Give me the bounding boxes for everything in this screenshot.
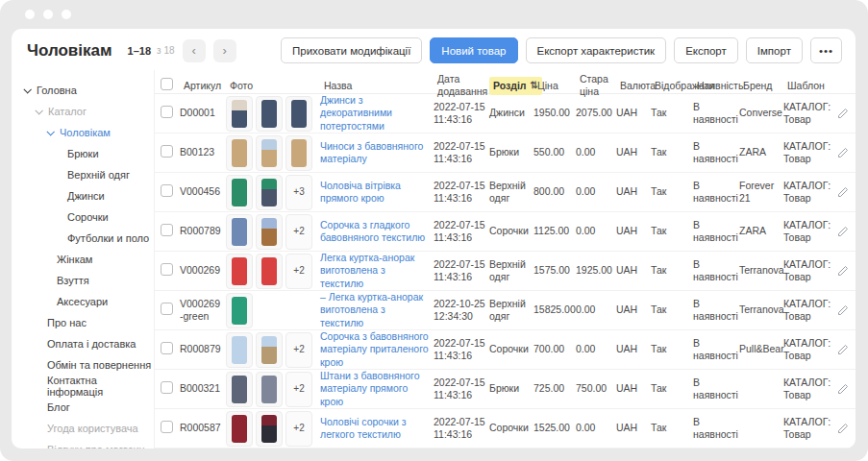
sidebar-item[interactable]: Каталог <box>17 101 154 122</box>
product-name-link[interactable]: Чиноси з бавовняного матеріалу <box>320 140 423 164</box>
column-header[interactable]: Відображати <box>651 77 693 95</box>
more-photos-badge[interactable]: +2 <box>285 214 312 250</box>
column-header[interactable]: Назва <box>320 77 434 95</box>
product-name-link[interactable]: Сорочка з бавовняного матеріалу притален… <box>320 330 429 367</box>
product-name-link[interactable]: Чоловіча вітрівка прямого крою <box>320 180 401 204</box>
sidebar-item[interactable]: Про нас <box>17 312 154 333</box>
new-product-button[interactable]: Новий товар <box>430 37 517 63</box>
row-checkbox[interactable] <box>161 303 173 315</box>
row-checkbox[interactable] <box>161 263 173 276</box>
edit-icon[interactable] <box>837 304 849 316</box>
row-checkbox[interactable] <box>161 342 173 354</box>
product-photo[interactable] <box>226 214 253 250</box>
export-characteristics-button[interactable]: Експорт характеристик <box>526 37 667 63</box>
sidebar-item[interactable]: Верхній одяг <box>17 164 154 185</box>
column-header[interactable]: Бренд <box>739 77 783 95</box>
pagination-next-button[interactable]: › <box>213 39 236 62</box>
product-name-link[interactable]: Сорочка з гладкого бавовняного текстилю <box>320 219 425 243</box>
product-photo[interactable] <box>226 254 253 289</box>
sidebar-item[interactable]: Взуття <box>17 270 154 291</box>
edit-icon[interactable] <box>837 344 849 355</box>
product-photo[interactable] <box>256 214 283 250</box>
column-header[interactable]: Розділ ⇅ <box>489 77 533 95</box>
sidebar-item[interactable]: Обмін та повернення <box>17 354 154 376</box>
column-header[interactable]: Дата додавання <box>434 70 489 101</box>
row-checkbox[interactable] <box>161 224 173 236</box>
more-photos-badge[interactable]: +2 <box>285 254 312 289</box>
sidebar-item[interactable]: Чоловікам <box>17 122 154 143</box>
product-name-link[interactable]: Штани з бавовняного матеріалу прямого кр… <box>320 370 420 406</box>
column-header[interactable]: Валюта <box>616 77 651 95</box>
product-photo[interactable] <box>256 135 283 171</box>
row-checkbox[interactable] <box>161 381 173 394</box>
column-header[interactable]: Стара ціна <box>576 70 616 101</box>
product-photo[interactable] <box>256 332 283 368</box>
sidebar-item[interactable]: Сорочки <box>17 206 154 228</box>
export-button[interactable]: Експорт <box>674 37 738 63</box>
product-photo[interactable] <box>256 96 283 132</box>
product-photo[interactable] <box>226 372 253 407</box>
edit-icon[interactable] <box>837 265 849 277</box>
product-name-link[interactable]: Легка куртка-анорак виготовлена з тексти… <box>320 252 414 288</box>
product-name-link[interactable]: Джинси з декоративними потертостями <box>320 94 392 131</box>
sidebar-item[interactable]: Джинси <box>17 185 154 206</box>
more-photos-badge[interactable]: +2 <box>285 411 312 447</box>
sidebar-item[interactable]: Брюки <box>17 143 154 164</box>
product-photo[interactable] <box>256 175 283 210</box>
sidebar-item[interactable]: Аксесуари <box>17 291 154 312</box>
product-photo[interactable] <box>226 135 253 171</box>
row-checkbox[interactable] <box>161 421 173 433</box>
window-minimize-button[interactable] <box>43 10 53 19</box>
column-header[interactable]: Наявність <box>693 77 739 95</box>
product-name-link[interactable]: – Легка куртка-анорак виготовлена з текс… <box>320 291 423 328</box>
sidebar-item[interactable]: Футболки и поло <box>17 228 154 249</box>
product-photo[interactable] <box>285 96 312 132</box>
sidebar-item-label: Джинси <box>67 190 105 202</box>
sidebar-item[interactable]: Угода користувача <box>17 418 154 439</box>
edit-icon[interactable] <box>837 383 849 395</box>
column-header[interactable]: Ціна <box>533 77 576 95</box>
product-photo[interactable] <box>226 175 253 210</box>
import-button[interactable]: Імпорт <box>746 37 803 63</box>
column-header[interactable]: Шаблон <box>783 77 837 95</box>
template-cell: КАТАЛОГ: Товар <box>783 180 837 205</box>
window-close-button[interactable] <box>25 10 35 19</box>
pagination-prev-button[interactable]: ‹ <box>183 39 206 62</box>
product-photo[interactable] <box>256 411 283 447</box>
edit-icon[interactable] <box>837 186 849 198</box>
edit-icon[interactable] <box>837 226 849 237</box>
sidebar-item[interactable]: Блог <box>17 397 154 418</box>
edit-icon[interactable] <box>837 108 849 119</box>
window-maximize-button[interactable] <box>62 10 71 19</box>
sidebar-item[interactable]: Відгуки про магазин <box>17 439 154 449</box>
column-header[interactable]: Артикул <box>180 77 226 95</box>
column-header-label: Ціна <box>537 80 558 92</box>
product-photo[interactable] <box>285 135 312 171</box>
product-photo[interactable] <box>226 96 253 132</box>
product-name-link[interactable]: Чоловічі сорочки з легкого текстилю <box>320 416 407 440</box>
row-checkbox[interactable] <box>161 184 173 197</box>
row-checkbox[interactable] <box>161 145 173 158</box>
edit-icon[interactable] <box>837 147 849 158</box>
more-photos-badge[interactable]: +3 <box>285 175 312 210</box>
more-actions-button[interactable]: ••• <box>810 37 842 63</box>
sidebar-item[interactable]: Жінкам <box>17 249 154 270</box>
product-photo[interactable] <box>226 293 253 328</box>
more-photos-badge[interactable]: +2 <box>285 372 312 407</box>
product-photo[interactable] <box>256 372 283 407</box>
product-photo[interactable] <box>256 254 283 289</box>
column-header[interactable]: Фото <box>226 77 320 95</box>
product-photo[interactable] <box>226 411 253 447</box>
checkbox-cell <box>155 421 180 436</box>
sidebar-item[interactable]: Контактна інформація <box>17 376 154 397</box>
more-photos-badge[interactable]: +2 <box>285 332 312 368</box>
select-all-checkbox[interactable] <box>161 78 173 90</box>
sidebar-item[interactable]: Головна <box>17 80 154 101</box>
sidebar-item[interactable]: Оплата і доставка <box>17 333 154 354</box>
edit-icon[interactable] <box>837 423 849 434</box>
row-checkbox[interactable] <box>161 106 173 118</box>
product-photo[interactable] <box>226 332 253 368</box>
column-header-label: Бренд <box>743 80 773 92</box>
hide-modifications-button[interactable]: Приховати модифікації <box>281 37 422 63</box>
panel-header: Чоловікам 1–18 з 18 ‹ › Приховати модифі… <box>12 29 856 70</box>
